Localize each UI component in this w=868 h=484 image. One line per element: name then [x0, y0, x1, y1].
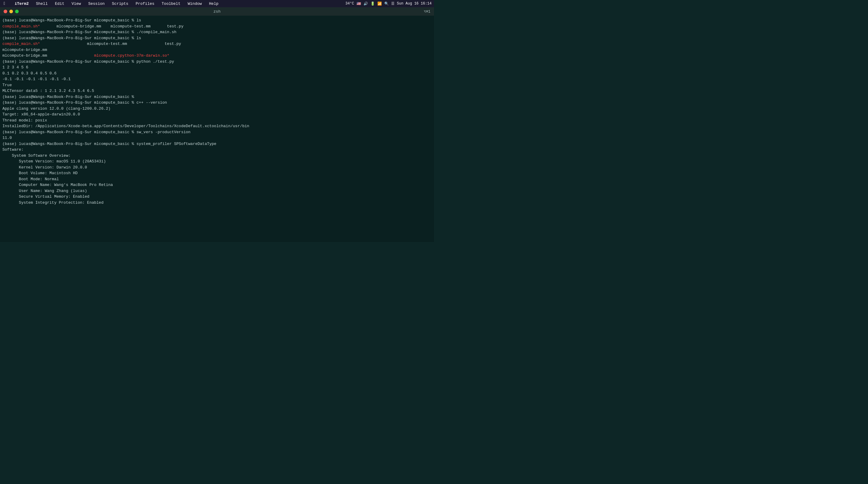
terminal-line: Secure Virtual Memory: Enabled	[2, 194, 432, 200]
menu-profiles[interactable]: Profiles	[134, 1, 156, 6]
close-button[interactable]	[4, 10, 7, 13]
titlebar: zsh ⌥⌘1	[0, 7, 434, 16]
terminal-line: InstalledDir: /Applications/Xcode-beta.a…	[2, 123, 432, 129]
terminal-line: (base) lucas@Wangs-MacBook-Pro-Big-Sur m…	[2, 18, 432, 24]
battery-icon: 🔋	[370, 1, 375, 6]
terminal-line: 0.1 0.2 0.3 0.4 0.5 0.6	[2, 70, 432, 77]
terminal-line: 1 2 3 4 5 6	[2, 64, 432, 70]
temperature: 34°C	[345, 1, 354, 6]
terminal-line: 11.0	[2, 135, 432, 141]
terminal-line: Thread model: posix	[2, 118, 432, 124]
tab-shortcut: ⌥⌘1	[424, 9, 430, 14]
terminal-line: Computer Name: Wang's MacBook Pro Retina	[2, 182, 432, 188]
menu-session[interactable]: Session	[87, 1, 106, 6]
terminal-line: (base) lucas@Wangs-MacBook-Pro-Big-Sur m…	[2, 29, 432, 35]
terminal-line: Boot Volume: Macintosh HD	[2, 170, 432, 176]
search-icon[interactable]: 🔍	[384, 1, 389, 6]
menubar-left:  iTerm2 Shell Edit View Session Scripts…	[2, 1, 220, 6]
notifications-icon[interactable]: ☰	[391, 1, 395, 6]
menu-window[interactable]: Window	[187, 1, 203, 6]
terminal-line: True	[2, 82, 432, 88]
terminal-line: compile_main.sh* mlcompute-test.mm test.…	[2, 41, 432, 47]
menu-toolbelt[interactable]: Toolbelt	[160, 1, 181, 6]
terminal-line: (base) lucas@Wangs-MacBook-Pro-Big-Sur m…	[2, 141, 432, 147]
flag-icon: 🇺🇸	[356, 1, 361, 6]
window-controls	[4, 10, 19, 13]
maximize-button[interactable]	[15, 10, 19, 13]
terminal-line: MLCTensor data5 : 1 2.1 3.2 4.3 5.4 6.5	[2, 88, 432, 94]
terminal-line: (base) lucas@Wangs-MacBook-Pro-Big-Sur m…	[2, 35, 432, 41]
terminal-line: Kernel Version: Darwin 20.0.0	[2, 164, 432, 171]
terminal-line: User Name: Wang Zhang (lucas)	[2, 188, 432, 194]
menubar-right: 34°C 🇺🇸 🔊 🔋 📶 🔍 ☰ Sun Aug 16 16:14	[345, 0, 432, 7]
volume-icon[interactable]: 🔊	[364, 1, 368, 6]
menu-shell[interactable]: Shell	[35, 1, 49, 6]
apple-menu[interactable]: 	[2, 1, 7, 6]
menu-iterm2[interactable]: iTerm2	[13, 1, 30, 6]
minimize-button[interactable]	[9, 10, 13, 13]
terminal-line: (base) lucas@Wangs-MacBook-Pro-Big-Sur m…	[2, 129, 432, 135]
window-title: zsh	[213, 9, 220, 14]
menubar:  iTerm2 Shell Edit View Session Scripts…	[0, 0, 434, 7]
terminal-line: System Version: macOS 11.0 (20A5343i)	[2, 158, 432, 164]
terminal[interactable]: (base) lucas@Wangs-MacBook-Pro-Big-Sur m…	[0, 16, 434, 242]
terminal-line: mlcompute-bridge.mm	[2, 47, 432, 53]
menu-help[interactable]: Help	[208, 1, 220, 6]
terminal-line: Apple clang version 12.0.0 (clang-1200.0…	[2, 106, 432, 112]
datetime: Sun Aug 16 16:14	[397, 1, 432, 6]
menu-scripts[interactable]: Scripts	[111, 1, 130, 6]
terminal-line: (base) lucas@Wangs-MacBook-Pro-Big-Sur m…	[2, 94, 432, 100]
terminal-line: Target: x86_64-apple-darwin20.0.0	[2, 112, 432, 118]
terminal-line: System Software Overview:	[2, 153, 432, 159]
menu-edit[interactable]: Edit	[54, 1, 65, 6]
terminal-line: compile_main.sh* mlcompute-bridge.mm mlc…	[2, 24, 432, 30]
terminal-line: Software:	[2, 147, 432, 153]
terminal-line: System Integrity Protection: Enabled	[2, 200, 432, 206]
terminal-line: mlcompute-bridge.mm mlcompute.cpython-37…	[2, 53, 432, 59]
terminal-line: -0.1 -0.1 -0.1 -0.1 -0.1 -0.1	[2, 76, 432, 82]
terminal-line: (base) lucas@Wangs-MacBook-Pro-Big-Sur m…	[2, 100, 432, 106]
terminal-line: (base) lucas@Wangs-MacBook-Pro-Big-Sur m…	[2, 59, 432, 65]
terminal-line: Boot Mode: Normal	[2, 176, 432, 182]
wifi-icon[interactable]: 📶	[377, 1, 382, 6]
menu-view[interactable]: View	[70, 1, 82, 6]
